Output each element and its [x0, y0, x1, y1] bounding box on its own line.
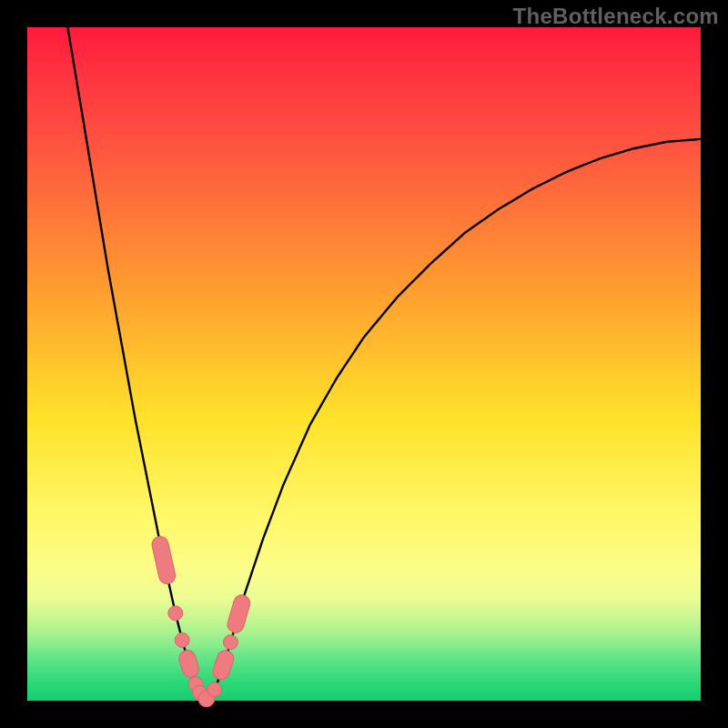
- chart-svg: [27, 27, 701, 701]
- highlight-capsule: [150, 535, 177, 586]
- highlight-capsule: [177, 648, 201, 679]
- curve-right: [209, 139, 701, 699]
- svg-rect-3: [211, 648, 236, 682]
- chart-frame: TheBottleneck.com: [0, 0, 728, 728]
- highlight-dot: [223, 635, 238, 650]
- highlight-dot: [175, 632, 189, 647]
- highlight-dot: [207, 682, 222, 697]
- svg-rect-0: [150, 535, 177, 586]
- watermark-text: TheBottleneck.com: [513, 4, 719, 29]
- svg-rect-4: [226, 593, 252, 635]
- highlight-capsule: [226, 593, 252, 635]
- plot-area: [27, 27, 701, 701]
- highlight-capsule: [211, 648, 236, 682]
- curve-left: [67, 27, 202, 699]
- highlight-dot: [168, 606, 183, 621]
- svg-rect-1: [177, 648, 201, 679]
